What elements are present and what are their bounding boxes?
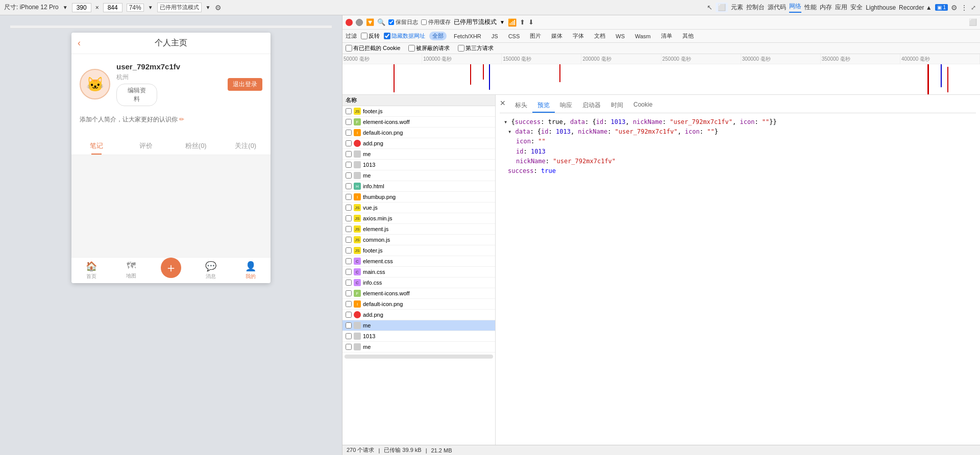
row-checkbox[interactable] xyxy=(346,258,352,264)
filter-type-other[interactable]: 其他 xyxy=(679,32,697,40)
settings-icon[interactable]: ⚙ xyxy=(215,4,222,12)
request-row[interactable]: 1013 xyxy=(342,331,495,342)
nav-map[interactable]: 🗺 地图 xyxy=(111,261,151,280)
filter-type-js[interactable]: JS xyxy=(488,33,501,40)
request-row[interactable]: I default-icon.png xyxy=(342,299,495,310)
tab-preview[interactable]: 预览 xyxy=(532,99,555,113)
application-tab[interactable]: 应用 xyxy=(835,3,847,12)
row-checkbox[interactable] xyxy=(346,247,352,254)
request-row[interactable]: JS common.js xyxy=(342,235,495,245)
filter-type-css[interactable]: CSS xyxy=(505,33,523,40)
filter-type-ws[interactable]: WS xyxy=(612,33,628,40)
row-checkbox[interactable] xyxy=(346,237,352,243)
row-checkbox[interactable] xyxy=(346,194,352,200)
nav-messages[interactable]: 💬 消息 xyxy=(191,261,231,280)
blocked-requests-checkbox[interactable]: 被屏蔽的请求 xyxy=(408,44,450,52)
upload-icon[interactable]: ⬆ xyxy=(520,18,525,26)
clear-button[interactable] xyxy=(356,19,363,26)
row-checkbox[interactable] xyxy=(346,333,352,339)
row-checkbox[interactable] xyxy=(346,312,352,318)
security-tab[interactable]: 安全 xyxy=(850,3,863,12)
request-row[interactable]: me xyxy=(342,149,495,160)
row-checkbox[interactable] xyxy=(346,344,352,350)
tab-headers[interactable]: 标头 xyxy=(510,99,532,113)
network-tab[interactable]: 网络 xyxy=(789,2,801,13)
throttle-dropdown-icon[interactable]: ▼ xyxy=(206,5,211,10)
hide-data-urls-checkbox[interactable]: 隐藏数据网址 xyxy=(384,32,425,40)
request-row[interactable]: JS footer.js xyxy=(342,245,495,256)
recorder-tab[interactable]: Recorder ▲ xyxy=(899,4,932,11)
row-checkbox[interactable] xyxy=(346,280,352,286)
tab-timing[interactable]: 时间 xyxy=(606,99,628,113)
request-row[interactable]: JS axios.min.js xyxy=(342,213,495,224)
tab-response[interactable]: 响应 xyxy=(555,99,577,113)
width-input[interactable] xyxy=(72,3,91,12)
row-checkbox[interactable] xyxy=(346,226,352,232)
row-checkbox[interactable] xyxy=(346,108,352,114)
throttle-dropdown[interactable]: ▼ xyxy=(500,19,505,25)
data-toggle[interactable]: ▾ xyxy=(508,128,511,135)
request-row[interactable]: C element.css xyxy=(342,256,495,267)
download-icon[interactable]: ⬇ xyxy=(528,18,534,26)
row-checkbox[interactable] xyxy=(346,119,352,125)
request-row[interactable]: 1013 xyxy=(342,160,495,170)
close-detail-button[interactable]: ✕ xyxy=(500,99,506,113)
request-row[interactable]: F element-icons.woff xyxy=(342,117,495,128)
zoom-dropdown-icon[interactable]: ▼ xyxy=(148,5,153,10)
filter-type-manifest[interactable]: 清单 xyxy=(658,32,675,40)
tab-cookies[interactable]: Cookie xyxy=(628,99,657,113)
disable-cache-checkbox[interactable]: 停用缓存 xyxy=(421,18,451,26)
gear-icon[interactable]: ⚙ xyxy=(951,4,958,12)
performance-tab[interactable]: 性能 xyxy=(804,3,817,12)
row-checkbox[interactable] xyxy=(346,215,352,221)
console-tab[interactable]: 控制台 xyxy=(746,3,765,12)
filter-type-xhr[interactable]: Fetch/XHR xyxy=(451,33,484,40)
tab-following[interactable]: 关注(0) xyxy=(221,137,271,155)
request-row[interactable]: JS vue.js xyxy=(342,203,495,213)
filter-type-font[interactable]: 字体 xyxy=(570,32,587,40)
nav-home[interactable]: 🏠 首页 xyxy=(71,261,111,280)
invert-checkbox[interactable]: 反转 xyxy=(361,32,380,40)
elements-tab[interactable]: 元素 xyxy=(731,3,743,12)
bio-edit-icon[interactable]: ✏ xyxy=(179,116,184,123)
row-checkbox[interactable] xyxy=(346,162,352,168)
request-row[interactable]: me xyxy=(342,170,495,181)
memory-tab[interactable]: 内存 xyxy=(820,3,832,12)
request-row[interactable]: C main.css xyxy=(342,267,495,277)
search-icon[interactable]: 🔍 xyxy=(377,18,385,26)
request-row[interactable]: JS element.js xyxy=(342,224,495,235)
row-checkbox[interactable] xyxy=(346,269,352,275)
more-icon[interactable]: ⋮ xyxy=(961,4,968,12)
request-row[interactable]: C info.css xyxy=(342,277,495,288)
device-dropdown-icon[interactable]: ▼ xyxy=(63,5,68,10)
third-party-checkbox[interactable]: 第三方请求 xyxy=(458,44,494,52)
request-row[interactable]: add.png xyxy=(342,310,495,320)
row-checkbox[interactable] xyxy=(346,205,352,211)
filter-type-media[interactable]: 媒体 xyxy=(548,32,566,40)
sources-tab[interactable]: 源代码 xyxy=(768,3,786,12)
row-checkbox[interactable] xyxy=(346,151,352,157)
request-row[interactable]: me xyxy=(342,342,495,352)
filter-icon[interactable]: 🔽 xyxy=(366,18,374,26)
row-checkbox[interactable] xyxy=(346,290,352,296)
row-checkbox[interactable] xyxy=(346,130,352,136)
height-input[interactable] xyxy=(103,3,122,12)
row-checkbox[interactable] xyxy=(346,183,352,189)
dock-icon[interactable]: ⬜ xyxy=(969,18,977,26)
undock-icon[interactable]: ⤢ xyxy=(971,4,976,11)
tab-initiator[interactable]: 启动器 xyxy=(577,99,606,113)
pointer-tool[interactable]: ↖ xyxy=(707,4,713,11)
request-row[interactable]: I default-icon.png xyxy=(342,128,495,138)
edit-profile-button[interactable]: 编辑资料 xyxy=(116,84,157,106)
cookie-intercepted-checkbox[interactable]: 有已拦截的 Cookie xyxy=(346,44,400,52)
row-checkbox[interactable] xyxy=(346,301,352,307)
filter-type-wasm[interactable]: Wasm xyxy=(632,33,654,40)
row-checkbox[interactable] xyxy=(346,140,352,146)
request-row[interactable]: JS footer.js xyxy=(342,106,495,117)
tab-followers[interactable]: 粉丝(0) xyxy=(171,137,221,155)
request-row[interactable]: F element-icons.woff xyxy=(342,288,495,299)
tab-notes[interactable]: 笔记 xyxy=(71,137,121,155)
row-checkbox[interactable] xyxy=(346,172,352,179)
preserve-log-checkbox[interactable]: 保留日志 xyxy=(388,18,418,26)
row-checkbox[interactable] xyxy=(346,322,352,328)
